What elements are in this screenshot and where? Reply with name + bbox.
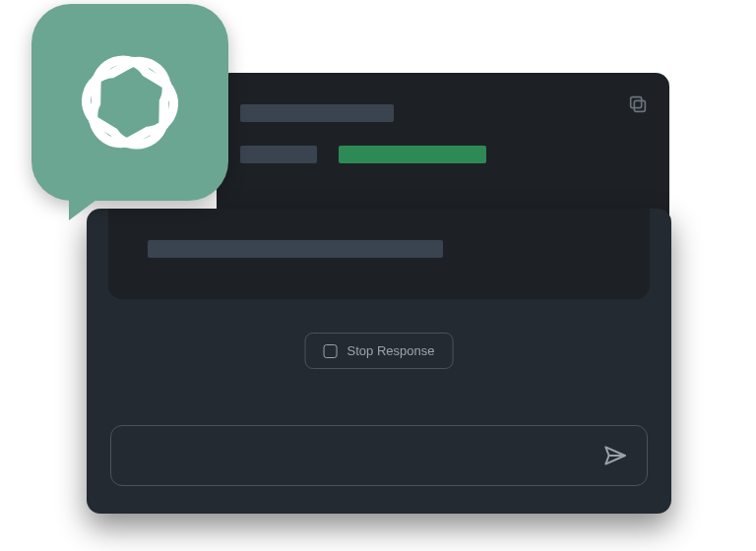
stop-icon (324, 344, 338, 358)
code-lines (240, 104, 646, 183)
message-input[interactable] (131, 448, 601, 464)
openai-knot-icon (61, 33, 199, 171)
copy-button[interactable] (624, 91, 652, 118)
stop-response-button[interactable]: Stop Response (305, 333, 454, 369)
stop-response-label: Stop Response (347, 343, 435, 358)
code-token-neutral (240, 146, 317, 163)
send-icon (601, 443, 627, 468)
send-button[interactable] (601, 443, 627, 468)
openai-logo-tile (32, 4, 228, 201)
response-block (108, 209, 650, 299)
code-token-green (339, 146, 486, 163)
svg-rect-1 (631, 97, 642, 108)
response-placeholder-line (148, 240, 443, 258)
code-token-neutral (240, 104, 394, 122)
copy-icon (627, 93, 649, 115)
chat-panel: Stop Response (87, 209, 671, 514)
svg-rect-0 (634, 100, 645, 111)
message-input-bar (110, 425, 648, 486)
